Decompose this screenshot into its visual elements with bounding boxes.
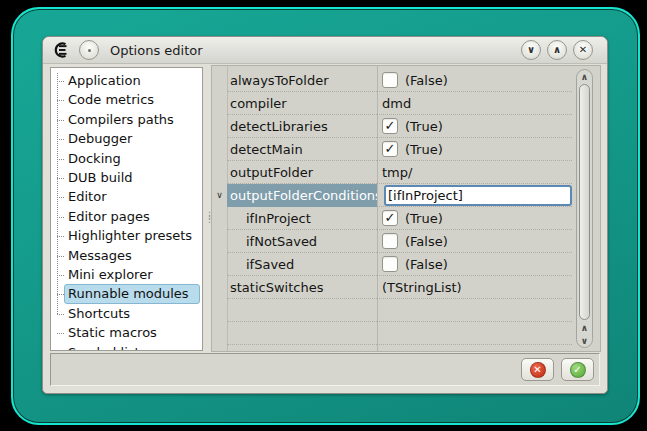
property-name[interactable]: compiler [227, 92, 377, 115]
property-row-outputFolderConditions[interactable]: ∨ outputFolderConditions [212, 184, 572, 207]
sidebar-item-debugger[interactable]: Debugger [64, 129, 200, 148]
property-name[interactable]: staticSwitches [227, 276, 377, 299]
checkbox-checked-icon[interactable]: ✓ [382, 118, 398, 134]
value-label: dmd [382, 96, 411, 111]
property-value[interactable]: ✓ (True) [377, 115, 572, 138]
shade-button[interactable]: ∨ [521, 40, 541, 60]
close-button[interactable]: ✕ [573, 40, 593, 60]
property-row-outputFolder[interactable]: outputFolder tmp/ [212, 161, 572, 184]
property-value[interactable] [377, 184, 572, 207]
vertical-scrollbar[interactable]: ∧ ∧ ∨ [576, 69, 593, 348]
sidebar-item-messages[interactable]: Messages [64, 246, 200, 265]
menu-dot-icon [88, 49, 91, 52]
property-row-staticSwitches[interactable]: staticSwitches (TStringList) [212, 276, 572, 299]
sidebar-item-code-metrics[interactable]: Code metrics [64, 90, 200, 109]
accept-button[interactable]: ✓ [561, 358, 594, 381]
property-value[interactable]: ✓ (True) [377, 207, 572, 230]
sidebar-item-symbol-list[interactable]: Symbol list [64, 343, 200, 351]
value-label: tmp/ [382, 165, 412, 180]
property-row-compiler[interactable]: compiler dmd [212, 92, 572, 115]
property-name[interactable]: ifInProject [227, 207, 377, 230]
scroll-down-icon[interactable]: ∨ [577, 334, 592, 347]
titlebar[interactable]: Options editor ∨ ∧ ✕ [43, 37, 607, 64]
value-label: (True) [405, 211, 443, 226]
property-value[interactable]: dmd [377, 92, 572, 115]
property-name[interactable]: outputFolderConditions [227, 184, 377, 207]
property-row-ifNotSaved[interactable]: ifNotSaved (False) [212, 230, 572, 253]
value-label: (True) [405, 142, 443, 157]
sidebar-item-runnable-modules[interactable]: Runnable modules [64, 284, 200, 303]
scroll-up-icon[interactable]: ∧ [577, 70, 592, 83]
property-grid: alwaysToFolder (False) compiler dmd dete… [211, 65, 601, 352]
property-value[interactable]: (False) [377, 69, 572, 92]
checkbox-checked-icon[interactable]: ✓ [382, 141, 398, 157]
property-value-input[interactable] [384, 185, 572, 206]
property-value[interactable]: tmp/ [377, 161, 572, 184]
sidebar-item-highlighter-presets[interactable]: Highlighter presets [64, 226, 200, 245]
property-row-alwaysToFolder[interactable]: alwaysToFolder (False) [212, 69, 572, 92]
chevron-down-icon: ∨ [527, 45, 535, 55]
accept-icon: ✓ [570, 362, 586, 378]
property-value[interactable]: (False) [377, 230, 572, 253]
value-label: (False) [405, 234, 448, 249]
property-value[interactable]: (False) [377, 253, 572, 276]
empty-row [212, 322, 572, 345]
property-row-detectLibraries[interactable]: detectLibraries ✓ (True) [212, 115, 572, 138]
checkbox-checked-icon[interactable]: ✓ [382, 210, 398, 226]
property-row-ifInProject[interactable]: ifInProject ✓ (True) [212, 207, 572, 230]
property-name[interactable]: detectLibraries [227, 115, 377, 138]
scroll-up-secondary-icon[interactable]: ∧ [577, 321, 592, 334]
category-tree: Application Code metrics Compilers paths… [50, 67, 203, 351]
property-name[interactable]: ifNotSaved [227, 230, 377, 253]
window-menu-button[interactable] [79, 40, 99, 60]
sidebar-item-compilers-paths[interactable]: Compilers paths [64, 110, 200, 129]
property-value[interactable]: (TStringList) [377, 276, 572, 299]
property-name[interactable]: alwaysToFolder [227, 69, 377, 92]
chevron-up-icon: ∧ [553, 45, 561, 55]
sidebar-item-static-macros[interactable]: Static macros [64, 323, 200, 342]
checkbox-unchecked-icon[interactable] [382, 233, 398, 249]
footer-bar: ✕ ✓ [50, 353, 600, 386]
cancel-icon: ✕ [530, 362, 546, 378]
cancel-button[interactable]: ✕ [521, 358, 554, 381]
checkbox-unchecked-icon[interactable] [382, 256, 398, 272]
property-name[interactable]: outputFolder [227, 161, 377, 184]
sidebar-item-dub-build[interactable]: DUB build [64, 168, 200, 187]
category-list: Application Code metrics Compilers paths… [51, 71, 202, 351]
close-icon: ✕ [579, 45, 587, 55]
value-label: (False) [405, 257, 448, 272]
sidebar-item-editor-pages[interactable]: Editor pages [64, 207, 200, 226]
property-value[interactable]: ✓ (True) [377, 138, 572, 161]
scrollbar-thumb[interactable] [579, 84, 590, 320]
value-label: (True) [405, 119, 443, 134]
sidebar-item-editor[interactable]: Editor [64, 187, 200, 206]
maximize-button[interactable]: ∧ [547, 40, 567, 60]
value-label: (False) [405, 73, 448, 88]
app-logo-icon [51, 42, 71, 58]
sidebar-item-mini-explorer[interactable]: Mini explorer [64, 265, 200, 284]
property-row-detectMain[interactable]: detectMain ✓ (True) [212, 138, 572, 161]
checkbox-unchecked-icon[interactable] [382, 72, 398, 88]
value-label: (TStringList) [382, 280, 462, 295]
property-name[interactable]: detectMain [227, 138, 377, 161]
titlebar-buttons: ∨ ∧ ✕ [521, 40, 593, 60]
empty-row [212, 299, 572, 322]
sidebar-item-docking[interactable]: Docking [64, 149, 200, 168]
property-name[interactable]: ifSaved [227, 253, 377, 276]
sidebar-item-application[interactable]: Application [64, 71, 200, 90]
expand-chevron-icon[interactable]: ∨ [216, 191, 223, 200]
options-editor-window: Options editor ∨ ∧ ✕ Application Code me… [42, 36, 608, 394]
window-title: Options editor [110, 43, 521, 58]
sidebar-item-shortcuts[interactable]: Shortcuts [64, 304, 200, 323]
property-rows: alwaysToFolder (False) compiler dmd dete… [212, 69, 572, 345]
property-row-ifSaved[interactable]: ifSaved (False) [212, 253, 572, 276]
